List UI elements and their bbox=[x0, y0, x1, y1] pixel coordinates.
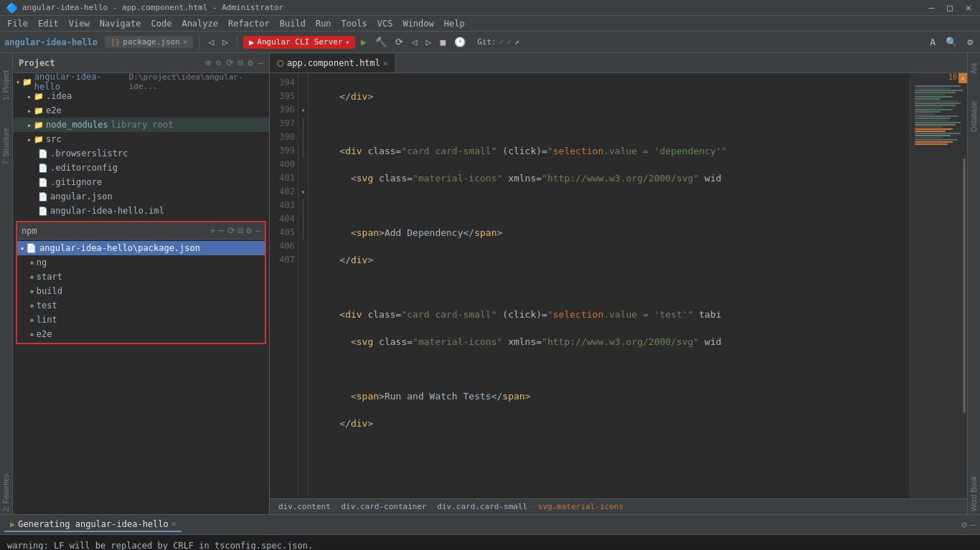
npm-script-test[interactable]: ● test bbox=[17, 298, 265, 313]
tree-gitignore[interactable]: 📄 .gitignore bbox=[13, 175, 269, 189]
project-close-icon[interactable]: — bbox=[258, 57, 263, 68]
editor-tab-component[interactable]: ⬡ app.component.html ✕ bbox=[270, 54, 396, 72]
toolbar-translate-btn[interactable]: A bbox=[927, 35, 938, 49]
bottom-area: ▶ Generating angular-idea-hello ✕ ⚙ — wa… bbox=[0, 514, 980, 550]
minimize-button[interactable]: — bbox=[925, 2, 937, 13]
bottom-settings-icon[interactable]: ⚙ bbox=[961, 519, 967, 530]
breadcrumb-div-card-small[interactable]: div.card.card-small bbox=[437, 502, 527, 511]
line-num-396: 396 bbox=[270, 103, 295, 117]
toolbar-run-btn[interactable]: ▶ bbox=[358, 35, 369, 49]
tree-root[interactable]: ▾ 📁 angular-idea-hello D:\project\idea\a… bbox=[13, 75, 269, 89]
tree-iml[interactable]: 📄 angular-idea-hello.iml bbox=[13, 204, 269, 218]
fold-arrow-402[interactable]: ▾ bbox=[301, 185, 305, 199]
tree-angular-json[interactable]: 📄 angular.json bbox=[13, 189, 269, 204]
npm-script-start[interactable]: ● start bbox=[17, 270, 265, 284]
code-line-398 bbox=[317, 199, 910, 212]
npm-script-label-lint: lint bbox=[37, 315, 57, 325]
tree-e2e[interactable]: ▸ 📁 e2e bbox=[13, 103, 269, 118]
toolbar-nav-back[interactable]: ◁ bbox=[205, 35, 217, 49]
npm-root-arrow: ▾ bbox=[20, 245, 24, 252]
bottom-close-icon[interactable]: — bbox=[970, 519, 976, 530]
git-status[interactable]: Git: ✓ ✓ ↗ bbox=[477, 37, 519, 47]
tree-editorconfig[interactable]: 📄 .editorconfig bbox=[13, 161, 269, 175]
toolbar-search-btn[interactable]: 🔍 bbox=[943, 35, 960, 49]
toolbar-fwd-btn[interactable]: ▷ bbox=[423, 35, 435, 49]
toolbar-reload-btn[interactable]: ⟳ bbox=[392, 35, 406, 49]
fold-399 bbox=[298, 144, 308, 158]
project-settings-icon[interactable]: ⚙ bbox=[248, 57, 253, 68]
terminal-content: warning: LF will be replaced by CRLF in … bbox=[0, 535, 980, 550]
menu-code[interactable]: Code bbox=[147, 16, 176, 32]
tree-idea[interactable]: ▸ 📁 .idea bbox=[13, 89, 269, 103]
sidebar-tab-database[interactable]: Database bbox=[969, 98, 979, 135]
npm-root-label: angular-idea-hello\package.json bbox=[39, 243, 200, 253]
menu-tools[interactable]: Tools bbox=[337, 16, 372, 32]
sidebar-tab-project[interactable]: 1: Project bbox=[1, 67, 11, 103]
toolbar-clock-btn[interactable]: 🕐 bbox=[451, 35, 468, 49]
project-minus-icon[interactable]: ⊖ bbox=[216, 57, 222, 68]
bottom-tab-run-close[interactable]: ✕ bbox=[171, 519, 176, 528]
tree-arrow-node: ▸ bbox=[27, 121, 32, 129]
tree-browserslistrc[interactable]: 📄 .browserslistrc bbox=[13, 146, 269, 161]
menu-view[interactable]: View bbox=[65, 16, 94, 32]
menu-vcs[interactable]: VCS bbox=[373, 16, 397, 32]
angular-icon: ▶ bbox=[249, 37, 254, 47]
tree-src[interactable]: ▸ 📁 src bbox=[13, 132, 269, 146]
project-collapse-icon[interactable]: ⊟ bbox=[238, 57, 244, 68]
toolbar-back-btn[interactable]: ◁ bbox=[409, 35, 420, 49]
line-num-397: 397 bbox=[270, 117, 295, 131]
npm-root[interactable]: ▾ 📄 angular-idea-hello\package.json bbox=[17, 241, 265, 255]
toolbar-stop-btn[interactable]: ■ bbox=[437, 35, 448, 49]
breadcrumb-svg-material-icons[interactable]: svg.material-icons bbox=[538, 502, 623, 511]
menu-refactor[interactable]: Refactor bbox=[224, 16, 274, 32]
project-refresh-icon[interactable]: ⟳ bbox=[226, 57, 234, 68]
menu-analyze[interactable]: Analyze bbox=[177, 16, 222, 32]
npm-settings-icon[interactable]: ⚙ bbox=[246, 225, 252, 236]
npm-refresh-icon[interactable]: ⟳ bbox=[227, 225, 235, 236]
file-tab-close[interactable]: ✕ bbox=[183, 37, 188, 47]
sidebar-tab-structure[interactable]: 7: Structure bbox=[1, 125, 11, 168]
menu-window[interactable]: Window bbox=[398, 16, 438, 32]
bottom-tab-run-label: Generating angular-idea-hello bbox=[18, 519, 169, 529]
sidebar-tab-ant[interactable]: Ant bbox=[969, 60, 979, 77]
folder-icon: 📁 bbox=[22, 77, 33, 87]
npm-bullet-ng: ● bbox=[30, 260, 34, 266]
menu-edit[interactable]: Edit bbox=[34, 16, 63, 32]
breadcrumb-div-card-container[interactable]: div.card-container bbox=[341, 502, 426, 511]
npm-script-e2e[interactable]: ● e2e bbox=[17, 327, 265, 341]
menu-navigate[interactable]: Navigate bbox=[95, 16, 146, 32]
npm-add-icon[interactable]: + bbox=[210, 225, 216, 236]
npm-script-build[interactable]: ● build bbox=[17, 284, 265, 298]
npm-title: npm bbox=[22, 226, 207, 236]
npm-close-icon[interactable]: — bbox=[255, 225, 260, 236]
menu-run[interactable]: Run bbox=[311, 16, 336, 32]
minimap-scrollbar[interactable] bbox=[963, 158, 966, 414]
code-line-404 bbox=[317, 362, 910, 376]
maximize-button[interactable]: □ bbox=[944, 2, 956, 13]
project-add-icon[interactable]: ⊕ bbox=[206, 57, 212, 68]
editor-tab-close[interactable]: ✕ bbox=[383, 59, 388, 68]
npm-script-ng[interactable]: ● ng bbox=[17, 255, 265, 270]
toolbar-build-btn[interactable]: 🔨 bbox=[372, 35, 390, 49]
toolbar-nav-fwd[interactable]: ▷ bbox=[220, 35, 231, 49]
tree-node-modules[interactable]: ▸ 📁 node_modules library root bbox=[13, 118, 269, 132]
code-content[interactable]: </div> <div class="card card-small" (cli… bbox=[308, 73, 910, 498]
breadcrumb-div-content[interactable]: div.content bbox=[278, 502, 331, 511]
npm-script-lint[interactable]: ● lint bbox=[17, 313, 265, 327]
minimap[interactable]: ⚠ 10 bbox=[910, 73, 967, 498]
bottom-tab-run[interactable]: ▶ Generating angular-idea-hello ✕ bbox=[4, 518, 182, 532]
sidebar-tab-word-book[interactable]: Word Book bbox=[969, 473, 979, 514]
sidebar-tab-favorites[interactable]: 2: Favorites bbox=[1, 471, 11, 514]
fold-arrow-396[interactable]: ▾ bbox=[301, 103, 305, 117]
npm-collapse-icon[interactable]: ⊟ bbox=[238, 225, 244, 236]
menu-help[interactable]: Help bbox=[440, 16, 469, 32]
angular-server-btn[interactable]: ▶ Angular CLI Server ▾ bbox=[243, 36, 355, 49]
menu-file[interactable]: File bbox=[3, 16, 32, 32]
npm-minus-icon[interactable]: − bbox=[219, 225, 225, 236]
file-tab[interactable]: {} package.json ✕ bbox=[105, 36, 193, 48]
menu-build[interactable]: Build bbox=[275, 16, 310, 32]
close-button[interactable]: ✕ bbox=[963, 2, 974, 13]
toolbar-settings-btn[interactable]: ⚙ bbox=[964, 35, 976, 49]
project-header: Project ⊕ ⊖ ⟳ ⊟ ⚙ — bbox=[13, 53, 269, 73]
toolbar-right: A 🔍 ⚙ bbox=[927, 35, 976, 49]
